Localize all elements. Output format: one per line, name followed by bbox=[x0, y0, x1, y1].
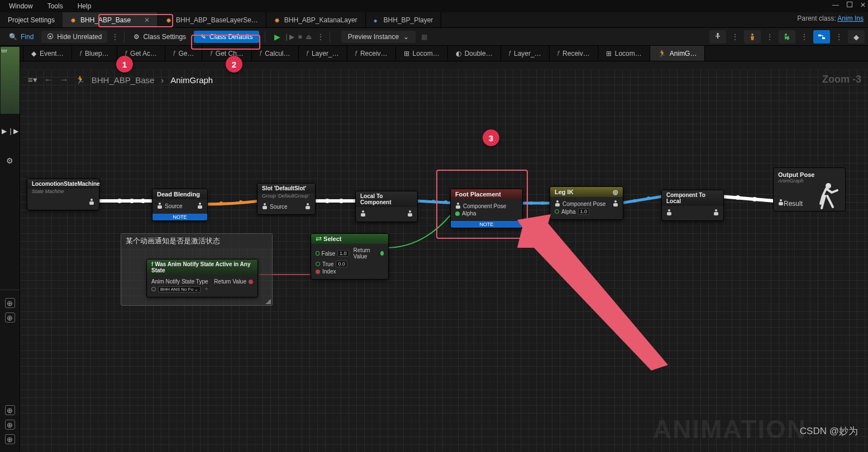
play-icon[interactable]: ▶ bbox=[2, 127, 7, 135]
fn-tab[interactable]: fReceiv… bbox=[347, 46, 396, 61]
value-pin[interactable] bbox=[380, 251, 384, 256]
add-button[interactable]: ⊕ bbox=[5, 298, 15, 308]
add-button[interactable]: ⊕ bbox=[5, 312, 15, 323]
close-window-button[interactable]: ✕ bbox=[860, 1, 866, 9]
find-button[interactable]: 🔍Find bbox=[3, 31, 39, 43]
maximize-button[interactable] bbox=[847, 1, 852, 9]
browse-icon[interactable]: ⌖ bbox=[205, 286, 208, 292]
node-select[interactable]: ⮂ Select False1.0Return Value True0.0 In… bbox=[311, 233, 389, 280]
false-input[interactable]: 1.0 bbox=[337, 250, 349, 257]
breadcrumb-root[interactable]: BHH_ABP_Base bbox=[92, 75, 155, 85]
play-more-icon[interactable]: ⋮ bbox=[317, 33, 324, 41]
node-local-to-component[interactable]: Local To Component bbox=[355, 191, 418, 222]
fn-tab[interactable]: fGe… bbox=[165, 46, 202, 61]
tab-project-settings[interactable]: Project Settings bbox=[0, 12, 63, 27]
blueprint-mode-button[interactable] bbox=[813, 30, 830, 44]
comment-title[interactable]: 某个动画通知是否是激活状态 bbox=[121, 234, 272, 248]
anim-mode-button[interactable] bbox=[779, 30, 795, 44]
pose-pin-icon[interactable] bbox=[713, 209, 719, 216]
eject-button[interactable]: ⏏ bbox=[306, 33, 312, 41]
fn-tab[interactable]: fLayer_… bbox=[299, 46, 347, 61]
fn-tab[interactable]: ◐Double… bbox=[448, 46, 501, 61]
skeleton-mode-button[interactable] bbox=[709, 30, 726, 44]
bool-pin[interactable] bbox=[316, 270, 320, 274]
fn-tab[interactable]: fReceiv… bbox=[550, 46, 598, 61]
menu-icon[interactable]: ≡▾ bbox=[28, 75, 37, 85]
tab-katana[interactable]: ✸ BHH_ABP_KatanaLayer bbox=[266, 12, 366, 27]
more-icon[interactable]: ⋮ bbox=[766, 33, 773, 41]
menu-tools[interactable]: Tools bbox=[47, 2, 63, 10]
svg-marker-23 bbox=[517, 220, 668, 371]
breadcrumb-leaf[interactable]: AnimGraph bbox=[170, 75, 213, 85]
menu-help[interactable]: Help bbox=[78, 2, 92, 10]
add-button[interactable]: ⊕ bbox=[5, 434, 15, 444]
viewport-thumbnail[interactable]: ter bbox=[1, 47, 20, 114]
pose-pin-icon[interactable] bbox=[157, 203, 163, 209]
minimize-button[interactable]: — bbox=[832, 1, 839, 9]
pose-pin-icon[interactable] bbox=[305, 203, 311, 210]
pose-pin-icon[interactable] bbox=[407, 210, 413, 217]
pose-pin-icon[interactable] bbox=[778, 199, 784, 206]
pose-pin-icon[interactable] bbox=[262, 203, 268, 210]
mesh-mode-button[interactable] bbox=[744, 30, 761, 44]
tab-bhh-abp-base[interactable]: ✸ BHH_ABP_Base ✕ bbox=[63, 12, 158, 27]
pose-pin-icon[interactable] bbox=[666, 209, 672, 216]
node-locomotion-state-machine[interactable]: LocomotionStateMachine State Machine bbox=[27, 179, 99, 210]
pose-pin-icon[interactable] bbox=[555, 200, 560, 207]
fn-tab[interactable]: ◆Event… bbox=[23, 46, 72, 61]
value-pin[interactable] bbox=[316, 262, 320, 266]
pose-pin-icon[interactable] bbox=[455, 203, 461, 209]
value-pin[interactable] bbox=[555, 209, 559, 214]
anim-graph-canvas[interactable]: ≡▾ ← → 🏃 BHH_ABP_Base › AnimGraph Zoom -… bbox=[20, 69, 868, 452]
add-button[interactable]: ⊕ bbox=[5, 420, 15, 430]
notify-dropdown[interactable]: BHH ANS No Fo ⌄ bbox=[158, 286, 201, 292]
node-slot[interactable]: Slot 'DefaultSlot' Group 'DefaultGroup' … bbox=[257, 183, 316, 215]
debug-icon[interactable]: ▦ bbox=[421, 33, 427, 41]
play-button[interactable]: ▶ bbox=[274, 32, 280, 41]
more-icon[interactable]: ⋮ bbox=[801, 33, 808, 41]
bool-pin[interactable] bbox=[249, 280, 253, 284]
back-button[interactable]: ← bbox=[44, 75, 53, 85]
forward-button[interactable]: → bbox=[60, 75, 69, 85]
value-pin[interactable] bbox=[455, 211, 460, 216]
close-tab-icon[interactable]: ✕ bbox=[144, 16, 150, 24]
more-icon[interactable]: ⋮ bbox=[112, 33, 118, 41]
pose-pin-icon[interactable] bbox=[613, 200, 618, 207]
node-output-pose[interactable]: Output Pose AnimGraph Result bbox=[773, 167, 846, 211]
add-button[interactable]: ⊕ bbox=[5, 405, 15, 415]
class-settings-button[interactable]: ⚙Class Settings bbox=[128, 31, 192, 43]
preview-instance-dropdown[interactable]: Preview Instance⌄ bbox=[341, 31, 416, 43]
more-icon[interactable]: ⋮ bbox=[732, 33, 738, 41]
alpha-input[interactable]: 1.0 bbox=[578, 208, 590, 215]
node-foot-placement[interactable]: Foot Placement Component Pose Alpha NOTE bbox=[450, 189, 523, 228]
fn-tab[interactable]: ⊞Locom… bbox=[598, 46, 650, 61]
fn-tab[interactable]: fBluep… bbox=[72, 46, 117, 61]
fn-tab[interactable]: fCalcul… bbox=[252, 46, 299, 61]
step-icon[interactable]: ❘▶ bbox=[8, 127, 18, 135]
pose-pin-icon[interactable] bbox=[360, 210, 366, 217]
fn-tab[interactable]: fLayer_… bbox=[501, 46, 550, 61]
physics-mode-button[interactable]: ◆ bbox=[848, 30, 865, 44]
step-button[interactable]: ❘▶ bbox=[284, 33, 294, 41]
class-defaults-button[interactable]: ✎Class Defaults bbox=[194, 31, 259, 43]
pose-pin-icon[interactable] bbox=[197, 203, 203, 209]
fn-tab[interactable]: ⊞Locom… bbox=[396, 46, 448, 61]
node-was-anim-notify[interactable]: f Was Anim Notify State Active in Any St… bbox=[146, 259, 258, 297]
tab-player[interactable]: ● BHH_BP_Player bbox=[366, 12, 442, 27]
object-pin[interactable] bbox=[151, 287, 156, 291]
resize-handle[interactable] bbox=[265, 299, 271, 304]
true-input[interactable]: 0.0 bbox=[336, 261, 347, 267]
node-component-to-local[interactable]: Component To Local bbox=[661, 190, 724, 221]
node-leg-ik[interactable]: Leg IK◎ Component Pose Alpha1.0 bbox=[550, 186, 623, 220]
node-dead-blending[interactable]: Dead Blending Source NOTE bbox=[152, 189, 208, 221]
parent-class-link[interactable]: Anim Ins bbox=[837, 15, 864, 22]
svg-point-18 bbox=[633, 199, 636, 203]
value-pin[interactable] bbox=[316, 251, 319, 256]
stop-button[interactable]: ■ bbox=[298, 33, 302, 41]
fn-tab-animgraph[interactable]: 🏃AnimG… bbox=[650, 46, 705, 61]
tab-baselayer[interactable]: ✸ BHH_ABP_BaseLayerSe… bbox=[158, 12, 266, 27]
more-icon[interactable]: ⋮ bbox=[836, 33, 842, 41]
menu-window[interactable]: Window bbox=[9, 2, 33, 10]
hide-unrelated-button[interactable]: ⦿Hide Unrelated bbox=[41, 31, 107, 43]
gear-icon[interactable]: ⚙ bbox=[6, 156, 13, 165]
